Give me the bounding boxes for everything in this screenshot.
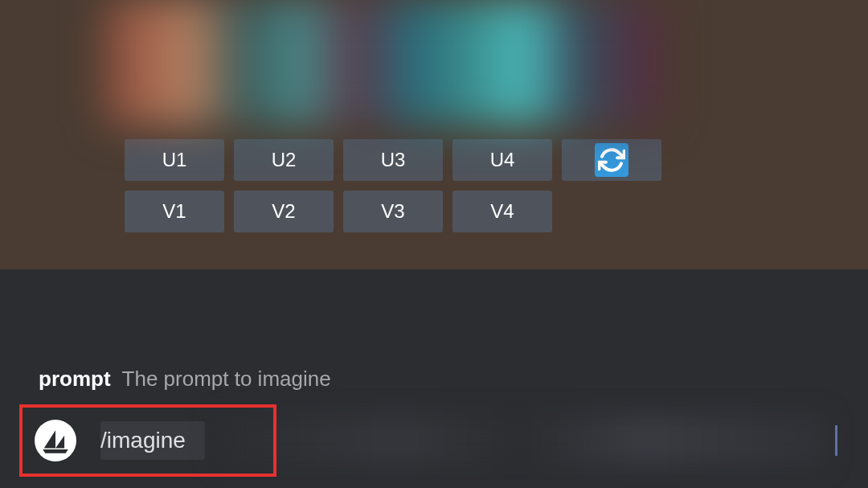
sailboat-icon	[40, 425, 71, 456]
reroll-button[interactable]	[562, 139, 661, 181]
text-cursor	[835, 425, 837, 456]
upscale-row: U1 U2 U3 U4	[125, 139, 661, 181]
command-input-panel: prompt The prompt to imagine /imagine	[0, 269, 868, 488]
action-buttons-container: U1 U2 U3 U4 V1 V2 V3 V4	[125, 139, 661, 232]
variation-row: V1 V2 V3 V4	[125, 191, 661, 232]
upscale-3-button[interactable]: U3	[343, 139, 443, 181]
variation-1-button[interactable]: V1	[125, 191, 224, 232]
variation-2-button[interactable]: V2	[234, 191, 334, 232]
prompt-param-name: prompt	[39, 367, 111, 392]
prompt-param-description: The prompt to imagine	[122, 367, 331, 392]
prompt-header: prompt The prompt to imagine	[39, 367, 844, 392]
upscale-4-button[interactable]: U4	[452, 139, 552, 181]
variation-3-button[interactable]: V3	[343, 191, 443, 232]
command-text[interactable]: /imagine	[100, 421, 205, 460]
variation-4-button[interactable]: V4	[452, 191, 552, 232]
prompt-input-field[interactable]	[218, 416, 825, 465]
bot-avatar	[35, 420, 76, 461]
generated-image-preview[interactable]	[104, 0, 663, 125]
upscale-1-button[interactable]: U1	[125, 139, 224, 181]
message-input-row[interactable]: /imagine	[39, 409, 844, 472]
upscale-2-button[interactable]: U2	[234, 139, 334, 181]
reroll-icon	[595, 143, 628, 177]
